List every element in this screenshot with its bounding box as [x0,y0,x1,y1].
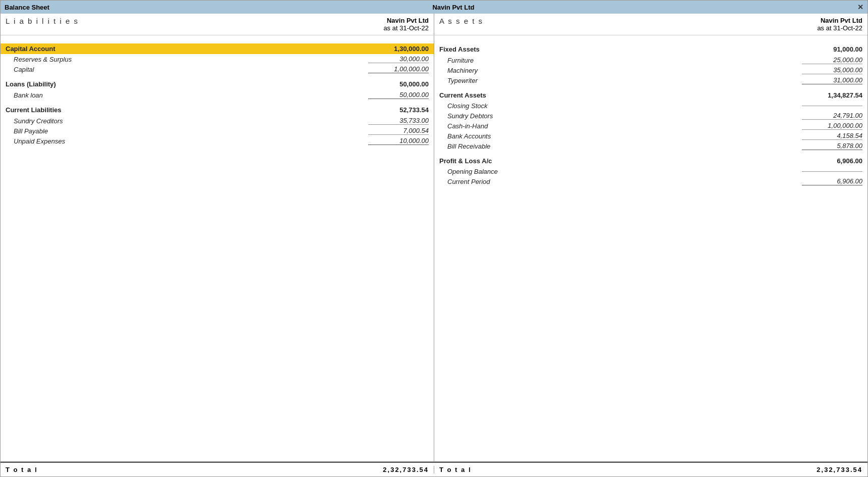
liabilities-header: L i a b i l i t i e s Navin Pvt Ltd as a… [1,14,434,35]
capital-label: Capital [14,66,368,73]
opening-balance-row: Opening Balance [434,167,867,176]
capital-account-row: Capital Account 1,30,000.00 [1,43,434,54]
bank-loan-label: Bank loan [14,91,368,99]
fixed-assets-header-row: Fixed Assets 91,000.00 [434,43,867,55]
window-title-left: Balance Sheet [5,4,49,11]
current-period-row: Current Period 6,906.00 [434,176,867,186]
window-title-center: Navin Pvt Ltd [49,4,857,11]
sundry-debtors-row: Sundry Debtors 24,791.00 [434,111,867,121]
capital-account-total: 1,30,000.00 [368,45,429,53]
closing-stock-row: Closing Stock [434,101,867,111]
reserves-surplus-amount: 30,000.00 [368,55,429,63]
liabilities-company: Navin Pvt Ltd as at 31-Oct-22 [383,17,429,32]
sundry-debtors-amount: 24,791.00 [802,112,862,120]
cash-in-hand-amount: 1,00,000.00 [802,122,862,130]
profit-loss-header-row: Profit & Loss A/c 6,906.00 [434,155,867,167]
capital-account-label: Capital Account [6,45,368,53]
bank-accounts-amount: 4,158.54 [802,132,862,140]
current-liabilities-total: 52,733.54 [368,106,429,114]
bank-loan-amount: 50,000.00 [368,91,429,99]
unpaid-expenses-row: Unpaid Expenses 10,000.00 [1,136,434,146]
bill-receivable-amount: 5,878.00 [802,142,862,150]
bill-receivable-row: Bill Receivable 5,878.00 [434,141,867,151]
current-assets-header-row: Current Assets 1,34,827.54 [434,89,867,101]
footer-row: T o t a l 2,32,733.54 T o t a l 2,32,733… [1,462,867,476]
bill-payable-amount: 7,000.54 [368,127,429,135]
liabilities-company-name: Navin Pvt Ltd [383,17,429,24]
assets-date: as at 31-Oct-22 [817,24,862,32]
capital-row: Capital 1,00,000.00 [1,64,434,74]
fixed-assets-total: 91,000.00 [802,45,862,53]
closing-stock-amount [802,106,862,106]
loans-label: Loans (Liability) [6,80,368,88]
cash-in-hand-row: Cash-in-Hand 1,00,000.00 [434,121,867,131]
bill-payable-row: Bill Payable 7,000.54 [1,126,434,136]
bank-accounts-row: Bank Accounts 4,158.54 [434,131,867,141]
current-assets-label: Current Assets [439,91,802,99]
fixed-assets-label: Fixed Assets [439,45,802,53]
machinery-label: Machinery [447,67,802,74]
bank-accounts-label: Bank Accounts [447,132,802,140]
furniture-label: Furniture [447,57,802,64]
current-liabilities-header-row: Current Liabilities 52,733.54 [1,104,434,116]
assets-header: A s s e t s Navin Pvt Ltd as at 31-Oct-2… [434,14,867,35]
furniture-amount: 25,000.00 [802,56,862,64]
bill-payable-label: Bill Payable [14,127,368,135]
opening-balance-amount [802,171,862,172]
bank-loan-row: Bank loan 50,000.00 [1,90,434,100]
assets-label: A s s e t s [439,17,483,25]
sundry-creditors-label: Sundry Creditors [14,117,368,125]
current-assets-total: 1,34,827.54 [802,91,862,99]
typewriter-row: Typewriter 31,000.00 [434,75,867,85]
close-button[interactable]: ✕ [857,3,863,11]
typewriter-amount: 31,000.00 [802,76,862,84]
content-area: Capital Account 1,30,000.00 Reserves & S… [1,35,867,462]
liabilities-date: as at 31-Oct-22 [383,24,429,32]
current-liabilities-label: Current Liabilities [6,106,368,114]
machinery-row: Machinery 35,000.00 [434,65,867,75]
title-bar: Balance Sheet Navin Pvt Ltd ✕ [1,1,867,14]
sundry-debtors-label: Sundry Debtors [447,112,802,120]
liabilities-panel: Capital Account 1,30,000.00 Reserves & S… [1,35,434,461]
bill-receivable-label: Bill Receivable [447,142,802,150]
liabilities-total-label: T o t a l [6,466,38,473]
loans-header-row: Loans (Liability) 50,000.00 [1,78,434,90]
profit-loss-total: 6,906.00 [802,157,862,165]
footer-liabilities: T o t a l 2,32,733.54 [6,466,434,473]
closing-stock-label: Closing Stock [447,102,802,110]
unpaid-expenses-amount: 10,000.00 [368,137,429,145]
unpaid-expenses-label: Unpaid Expenses [14,137,368,145]
assets-company: Navin Pvt Ltd as at 31-Oct-22 [817,17,862,32]
sundry-creditors-row: Sundry Creditors 35,733.00 [1,116,434,126]
cash-in-hand-label: Cash-in-Hand [447,122,802,130]
balance-sheet-window: Balance Sheet Navin Pvt Ltd ✕ L i a b i … [0,0,868,477]
assets-company-name: Navin Pvt Ltd [817,17,862,24]
liabilities-label: L i a b i l i t i e s [6,17,79,25]
sundry-creditors-amount: 35,733.00 [368,117,429,125]
furniture-row: Furniture 25,000.00 [434,55,867,65]
reserves-surplus-row: Reserves & Surplus 30,000.00 [1,54,434,64]
assets-total-label: T o t a l [439,466,472,473]
assets-panel: Fixed Assets 91,000.00 Furniture 25,000.… [434,35,867,461]
profit-loss-label: Profit & Loss A/c [439,157,802,165]
opening-balance-label: Opening Balance [447,168,802,175]
current-period-label: Current Period [447,178,802,185]
assets-total-amount: 2,32,733.54 [816,466,862,473]
current-period-amount: 6,906.00 [802,177,862,185]
loans-total: 50,000.00 [368,80,429,88]
footer-assets: T o t a l 2,32,733.54 [434,466,862,473]
machinery-amount: 35,000.00 [802,66,862,74]
header-row: L i a b i l i t i e s Navin Pvt Ltd as a… [1,14,867,35]
capital-amount: 1,00,000.00 [368,65,429,73]
liabilities-total-amount: 2,32,733.54 [383,466,429,473]
reserves-surplus-label: Reserves & Surplus [14,56,368,63]
typewriter-label: Typewriter [447,77,802,84]
